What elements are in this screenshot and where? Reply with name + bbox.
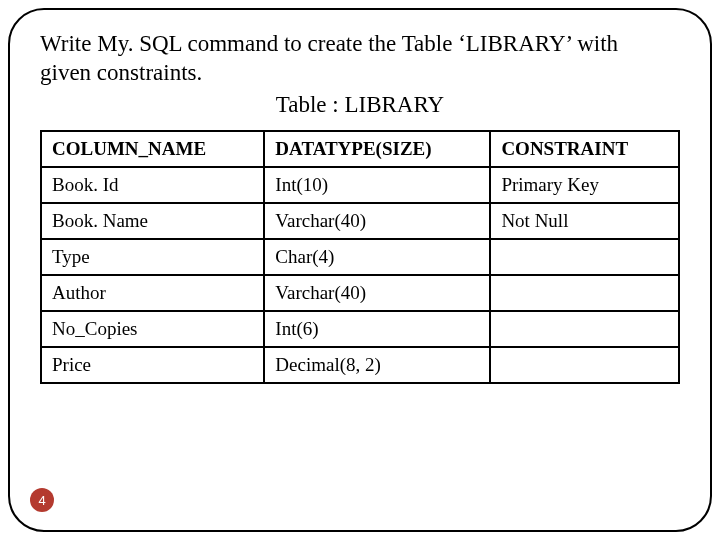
cell-constraint bbox=[490, 311, 679, 347]
cell-column-name: Book. Name bbox=[41, 203, 264, 239]
slide-frame: Write My. SQL command to create the Tabl… bbox=[8, 8, 712, 532]
prompt-line-2: given constraints. bbox=[40, 60, 202, 85]
cell-datatype: Varchar(40) bbox=[264, 203, 490, 239]
table-row: Type Char(4) bbox=[41, 239, 679, 275]
cell-constraint: Primary Key bbox=[490, 167, 679, 203]
table-row: Book. Name Varchar(40) Not Null bbox=[41, 203, 679, 239]
cell-datatype: Int(10) bbox=[264, 167, 490, 203]
cell-constraint bbox=[490, 347, 679, 383]
table-row: Author Varchar(40) bbox=[41, 275, 679, 311]
page-number-badge: 4 bbox=[30, 488, 54, 512]
cell-constraint bbox=[490, 275, 679, 311]
prompt-text: Write My. SQL command to create the Tabl… bbox=[40, 30, 680, 88]
cell-column-name: No_Copies bbox=[41, 311, 264, 347]
library-table: COLUMN_NAME DATATYPE(SIZE) CONSTRAINT Bo… bbox=[40, 130, 680, 384]
table-title: Table : LIBRARY bbox=[40, 92, 680, 118]
table-header-row: COLUMN_NAME DATATYPE(SIZE) CONSTRAINT bbox=[41, 131, 679, 167]
table-row: Book. Id Int(10) Primary Key bbox=[41, 167, 679, 203]
prompt-line-1: Write My. SQL command to create the Tabl… bbox=[40, 31, 618, 56]
header-datatype: DATATYPE(SIZE) bbox=[264, 131, 490, 167]
header-column-name: COLUMN_NAME bbox=[41, 131, 264, 167]
cell-datatype: Char(4) bbox=[264, 239, 490, 275]
cell-constraint: Not Null bbox=[490, 203, 679, 239]
cell-column-name: Price bbox=[41, 347, 264, 383]
cell-datatype: Decimal(8, 2) bbox=[264, 347, 490, 383]
cell-column-name: Author bbox=[41, 275, 264, 311]
header-constraint: CONSTRAINT bbox=[490, 131, 679, 167]
cell-datatype: Int(6) bbox=[264, 311, 490, 347]
cell-datatype: Varchar(40) bbox=[264, 275, 490, 311]
cell-constraint bbox=[490, 239, 679, 275]
table-row: No_Copies Int(6) bbox=[41, 311, 679, 347]
table-row: Price Decimal(8, 2) bbox=[41, 347, 679, 383]
cell-column-name: Type bbox=[41, 239, 264, 275]
cell-column-name: Book. Id bbox=[41, 167, 264, 203]
